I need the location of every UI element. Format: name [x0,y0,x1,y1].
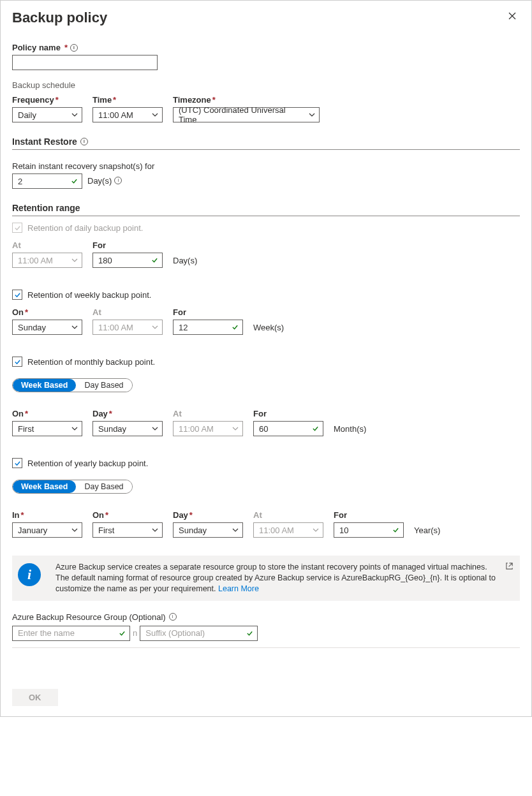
resource-group-label: Azure Backup Resource Group (Optional) i [12,612,520,622]
resource-group-separator: n [130,628,140,638]
yearly-suffix: Year(s) [414,526,440,538]
monthly-retention-label: Retention of monthly backup point. [27,357,155,367]
timezone-select[interactable]: (UTC) Coordinated Universal Time [173,107,320,122]
chevron-down-icon [71,112,78,118]
chevron-down-icon [152,527,158,533]
yearly-retention-checkbox[interactable] [12,458,22,468]
monthly-basis-toggle[interactable]: Week Based Day Based [12,378,133,392]
check-icon [312,425,319,432]
chevron-down-icon [232,425,239,432]
weekly-for-input[interactable]: 12 [173,320,243,335]
open-external-icon[interactable] [505,562,514,572]
backup-policy-panel: Backup policy Policy name* i Backup sche… [0,0,532,717]
check-icon [71,178,78,185]
check-icon [246,630,253,637]
monthly-on-select[interactable]: First [12,421,82,436]
instant-restore-days-input[interactable]: 2 [12,173,82,189]
info-icon[interactable]: i [80,138,88,145]
policy-name-input[interactable] [12,55,158,70]
yearly-on-label: On* [92,510,163,520]
yearly-on-select[interactable]: First [92,522,163,538]
weekly-suffix: Week(s) [253,323,284,335]
check-icon [151,257,158,264]
monthly-at-label: At [173,409,243,418]
panel-title: Backup policy [12,10,107,26]
check-icon [232,324,239,331]
policy-name-label: Policy name* i [12,43,520,52]
chevron-down-icon [71,257,78,263]
yearly-for-input[interactable]: 10 [334,522,404,538]
weekly-at-label: At [92,307,163,317]
yearly-day-select[interactable]: Sunday [173,522,243,538]
chevron-down-icon [152,112,158,118]
daily-for-input[interactable]: 180 [92,253,163,268]
info-icon[interactable]: i [169,613,177,621]
frequency-select[interactable]: Daily [12,107,82,122]
close-button[interactable] [505,10,520,23]
weekly-on-select[interactable]: Sunday [12,320,82,335]
retention-range-title: Retention range [12,203,520,214]
monthly-week-based[interactable]: Week Based [13,379,76,392]
daily-for-label: For [92,240,163,250]
monthly-for-input[interactable]: 60 [253,421,323,436]
chevron-down-icon [232,527,239,533]
info-icon[interactable]: i [114,177,122,184]
panel-header: Backup policy [1,1,531,31]
yearly-retention-label: Retention of yearly backup point. [27,459,148,468]
chevron-down-icon [152,324,158,330]
daily-retention-label: Retention of daily backup point. [27,223,143,233]
monthly-day-based[interactable]: Day Based [76,379,131,392]
yearly-week-based[interactable]: Week Based [13,480,76,493]
weekly-for-label: For [173,307,243,317]
weekly-retention-label: Retention of weekly backup point. [27,290,151,300]
monthly-retention-checkbox[interactable] [12,357,22,367]
learn-more-link[interactable]: Learn More [218,584,259,593]
chevron-down-icon [71,527,78,533]
time-select[interactable]: 11:00 AM [92,107,163,122]
chevron-down-icon [152,425,158,432]
check-icon [392,527,399,534]
chevron-down-icon [309,112,315,118]
info-icon: i [18,563,41,586]
daily-suffix: Day(s) [173,256,197,268]
yearly-in-label: In* [12,510,82,520]
monthly-for-label: For [253,409,323,418]
monthly-suffix: Month(s) [334,424,366,436]
instant-restore-title: Instant Restore i [12,136,520,148]
monthly-day-select[interactable]: Sunday [92,421,163,436]
info-icon[interactable]: i [70,44,78,52]
close-icon [508,12,516,20]
weekly-retention-checkbox[interactable] [12,290,22,300]
monthly-day-label: Day* [92,409,163,418]
yearly-at-select: 11:00 AM [253,522,323,538]
time-label: Time* [92,95,163,105]
info-banner-text: Azure Backup service creates a separate … [55,562,497,594]
yearly-for-label: For [334,510,404,520]
info-banner: i Azure Backup service creates a separat… [12,556,520,601]
resource-group-name-input[interactable]: Enter the name [12,626,130,641]
resource-group-suffix-input[interactable]: Suffix (Optional) [140,626,258,641]
daily-at-select: 11:00 AM [12,253,82,268]
yearly-day-label: Day* [173,510,243,520]
monthly-on-label: On* [12,409,82,418]
timezone-label: Timezone* [173,95,320,105]
yearly-basis-toggle[interactable]: Week Based Day Based [12,480,133,494]
yearly-day-based[interactable]: Day Based [76,480,131,493]
days-suffix: Day(s) i [87,176,122,187]
instant-restore-retain-label: Retain instant recovery snapshot(s) for [12,161,520,171]
daily-at-label: At [12,240,82,250]
weekly-at-select: 11:00 AM [92,320,163,335]
weekly-on-label: On* [12,307,82,317]
chevron-down-icon [71,324,78,330]
daily-retention-checkbox [12,223,22,233]
frequency-label: Frequency* [12,95,82,105]
ok-button[interactable]: OK [12,689,58,706]
backup-schedule-heading: Backup schedule [12,80,520,90]
yearly-at-label: At [253,510,323,520]
check-icon [119,630,126,637]
chevron-down-icon [71,425,78,432]
monthly-at-select: 11:00 AM [173,421,243,436]
yearly-in-select[interactable]: January [12,522,82,538]
chevron-down-icon [313,527,319,533]
